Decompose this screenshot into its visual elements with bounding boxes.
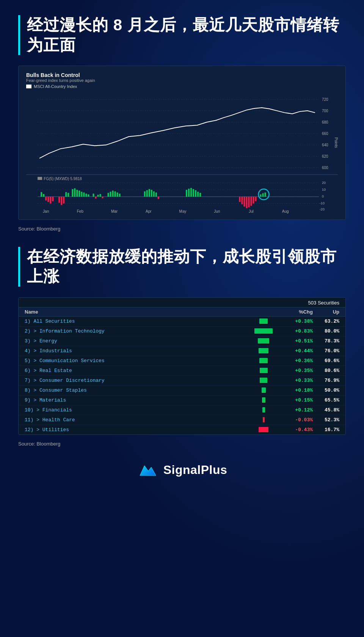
- svg-rect-70: [195, 190, 196, 197]
- table-row: 8) > Consumer Staples +0.18% 50.0%: [19, 386, 345, 395]
- row-up: 80.0%: [313, 328, 339, 334]
- row-pct: +0.15%: [279, 397, 313, 403]
- row-name: 11) > Health Care: [25, 417, 248, 423]
- svg-text:FG(5) (MXWD) 5.9818: FG(5) (MXWD) 5.9818: [44, 177, 82, 181]
- svg-text:700: 700: [322, 109, 328, 113]
- row-bar: [262, 388, 266, 393]
- row-bar-cell: [248, 368, 279, 373]
- svg-rect-72: [199, 193, 201, 197]
- chart-svg-wrapper: 720 700 680 660 640 620 600 Points FG(5)…: [26, 92, 338, 215]
- svg-rect-68: [190, 188, 192, 197]
- row-name: 8) > Consumer Staples: [25, 388, 248, 393]
- row-name: 9) > Materials: [25, 397, 248, 403]
- row-bar: [262, 407, 265, 413]
- svg-text:Apr: Apr: [146, 209, 152, 213]
- row-pct: +0.35%: [279, 368, 313, 373]
- row-pct: +0.44%: [279, 348, 313, 354]
- row-name: 3) > Energy: [25, 338, 248, 344]
- table-header: 503 Securities: [19, 298, 345, 308]
- svg-rect-39: [67, 193, 69, 197]
- svg-rect-57: [117, 193, 118, 197]
- row-bar-cell: [248, 358, 279, 363]
- col-up-header: Up: [313, 309, 339, 315]
- svg-rect-55: [112, 191, 114, 197]
- chart-subtitle: Fear-greed index turns positive again: [26, 78, 338, 83]
- chart-svg: 720 700 680 660 640 620 600 Points FG(5)…: [26, 92, 338, 213]
- svg-text:Jan: Jan: [43, 209, 49, 213]
- row-pct: +0.12%: [279, 407, 313, 413]
- table-body: 1) All Securities +0.38% 63.2% 2) > Info…: [19, 317, 345, 435]
- row-up: 16.7%: [313, 427, 339, 433]
- svg-rect-63: [153, 191, 155, 197]
- row-up: 50.0%: [313, 388, 339, 393]
- row-pct: -0.03%: [279, 417, 313, 423]
- row-up: 45.8%: [313, 407, 339, 413]
- section2-source: Source: Bloomberg: [18, 441, 346, 447]
- svg-rect-82: [262, 193, 264, 197]
- row-bar-cell: [248, 338, 279, 344]
- svg-rect-71: [197, 192, 199, 197]
- svg-rect-54: [110, 192, 111, 197]
- svg-text:20: 20: [322, 181, 326, 185]
- row-bar: [260, 378, 267, 383]
- row-pct: +0.38%: [279, 318, 313, 324]
- svg-rect-53: [108, 193, 109, 197]
- row-name: 1) All Securities: [25, 318, 248, 324]
- row-name: 10) > Financials: [25, 407, 248, 413]
- svg-rect-61: [149, 189, 150, 197]
- svg-rect-34: [52, 197, 53, 201]
- table-row: 7) > Consumer Discretionary +0.33% 76.9%: [19, 376, 345, 386]
- svg-text:600: 600: [322, 166, 328, 170]
- row-bar-cell: [248, 378, 279, 383]
- svg-rect-79: [253, 197, 254, 204]
- svg-rect-49: [95, 197, 96, 199]
- table-col-headers: Name %Chg Up: [19, 308, 345, 317]
- row-bar: [259, 427, 268, 432]
- svg-text:10: 10: [322, 188, 326, 191]
- securities-count: 503 Securities: [308, 300, 339, 306]
- svg-rect-17: [38, 177, 42, 180]
- svg-rect-73: [239, 197, 240, 202]
- svg-rect-58: [119, 194, 121, 197]
- row-name: 5) > Communication Services: [25, 358, 248, 364]
- svg-rect-48: [93, 194, 94, 197]
- svg-rect-80: [255, 197, 256, 201]
- row-bar-cell: [248, 318, 279, 324]
- svg-text:0: 0: [322, 195, 324, 198]
- row-bar: [259, 348, 268, 353]
- svg-rect-66: [186, 190, 187, 197]
- chart-main-title: Bulls Back in Control: [26, 72, 338, 78]
- row-name: 4) > Industrials: [25, 348, 248, 354]
- svg-rect-47: [88, 195, 89, 197]
- svg-rect-74: [241, 197, 243, 204]
- svg-rect-50: [97, 195, 99, 197]
- svg-rect-60: [146, 190, 148, 197]
- row-bar: [254, 328, 273, 334]
- svg-rect-36: [61, 197, 62, 205]
- row-up: 63.2%: [313, 318, 339, 324]
- svg-rect-33: [50, 197, 51, 204]
- svg-rect-46: [85, 194, 87, 197]
- row-pct: +0.83%: [279, 328, 313, 334]
- svg-rect-41: [74, 188, 75, 197]
- signalplus-logo-icon: [137, 462, 157, 479]
- row-bar: [263, 417, 265, 422]
- row-bar: [260, 368, 268, 373]
- row-up: 69.6%: [313, 358, 339, 364]
- row-bar-cell: [248, 427, 279, 432]
- svg-rect-81: [260, 195, 261, 197]
- svg-rect-64: [155, 193, 157, 197]
- svg-text:Mar: Mar: [111, 209, 118, 213]
- row-up: 52.3%: [313, 417, 339, 423]
- svg-text:660: 660: [322, 132, 328, 136]
- row-pct: -0.43%: [279, 427, 313, 433]
- logo-area: SignalPlus: [18, 462, 346, 479]
- row-up: 76.0%: [313, 348, 339, 354]
- row-up: 78.3%: [313, 338, 339, 344]
- svg-text:Points: Points: [334, 137, 338, 148]
- section2-title: 在经济数据放缓的推动下，成长股引领股市上涨: [27, 247, 346, 287]
- table-row: 3) > Energy +0.51% 78.3%: [19, 336, 345, 346]
- row-name: 12) > Utilities: [25, 427, 248, 433]
- table-row: 2) > Information Technology +0.83% 80.0%: [19, 326, 345, 336]
- svg-rect-51: [99, 194, 101, 197]
